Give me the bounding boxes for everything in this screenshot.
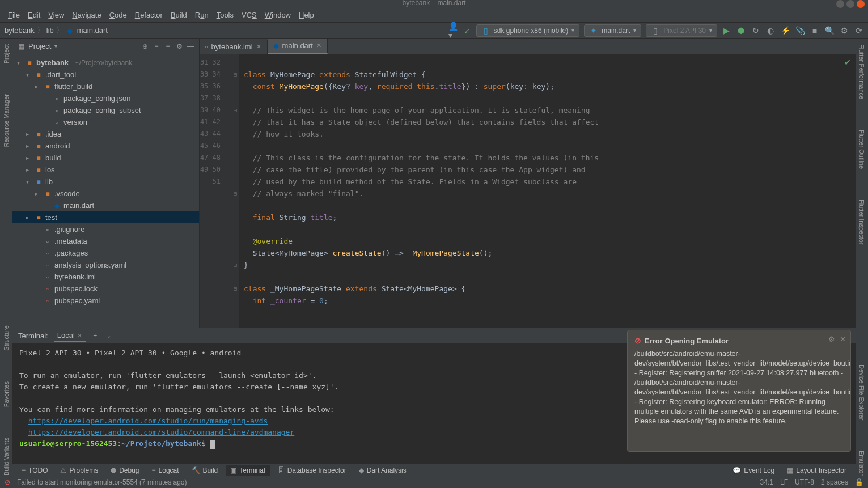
tree-file[interactable]: ▫bytebank.iml (12, 271, 199, 283)
tool-event-log[interactable]: 💬Event Log (728, 465, 779, 476)
tree-folder[interactable]: ▸■flutter_build (12, 80, 199, 92)
tree-folder[interactable]: ▸■.idea (12, 128, 199, 140)
editor-body[interactable]: 31 32 33 34 35 36 37 38 39 40 41 42 43 4… (200, 54, 856, 328)
menu-file[interactable]: File (5, 9, 23, 21)
settings-icon[interactable]: ⚙ (840, 26, 849, 35)
terminal-link[interactable]: https://developer.android.com/studio/run… (28, 417, 268, 425)
tool-resource-manager[interactable]: Resource Manager (2, 93, 11, 148)
project-tree[interactable]: ▾■bytebank ~/Projeto/bytebank ▾■.dart_to… (12, 54, 199, 328)
tool-structure[interactable]: Structure (2, 324, 11, 352)
minimize-button[interactable] (836, 0, 844, 8)
breadcrumb-item[interactable]: main.dart (77, 26, 108, 35)
maximize-button[interactable] (846, 0, 854, 8)
menu-code[interactable]: Code (106, 9, 130, 21)
status-message[interactable]: Failed to start monitoring emulator-5554… (17, 478, 187, 486)
menu-refactor[interactable]: Refactor (132, 9, 166, 21)
chevron-down-icon[interactable]: ▾ (54, 43, 57, 49)
emulator-selector[interactable]: ▯ Pixel 2 API 30 ▾ (646, 24, 717, 37)
tool-debug[interactable]: ⬢Debug (106, 465, 143, 476)
tree-file[interactable]: ▫version (12, 116, 199, 128)
tool-flutter-performance[interactable]: Flutter Performance (857, 43, 866, 100)
close-icon[interactable]: ✕ (256, 43, 261, 50)
menu-run[interactable]: Run (192, 9, 212, 21)
menu-build[interactable]: Build (167, 9, 190, 21)
menu-vcs[interactable]: VCS (238, 9, 260, 21)
tool-favorites[interactable]: Favorites (2, 380, 11, 408)
tree-folder-selected[interactable]: ▸■test (12, 211, 199, 223)
terminal-tab[interactable]: Local✕ (54, 329, 86, 342)
tree-file[interactable]: ▫analysis_options.yaml (12, 259, 199, 271)
lock-icon[interactable]: 🔓 (855, 478, 863, 486)
tool-db-inspector[interactable]: 🗄Database Inspector (273, 465, 351, 476)
attach-icon[interactable]: 📎 (795, 26, 805, 35)
tree-folder[interactable]: ▾■lib (12, 176, 199, 188)
hide-icon[interactable]: — (187, 43, 194, 50)
tool-todo[interactable]: ≡TODO (17, 465, 52, 476)
expand-icon[interactable]: ≡ (153, 43, 160, 50)
inspection-ok-icon[interactable]: ✔ (844, 58, 851, 67)
tool-problems[interactable]: ⚠Problems (56, 465, 103, 476)
tree-file[interactable]: ▫.metadata (12, 235, 199, 247)
tree-folder[interactable]: ▸■android (12, 140, 199, 152)
breadcrumb-item[interactable]: bytebank (5, 26, 35, 35)
chevron-down-icon[interactable]: ⌄ (105, 332, 113, 340)
search-icon[interactable]: 🔍 (825, 26, 834, 35)
menu-help[interactable]: Help (295, 9, 317, 21)
tree-file[interactable]: ▫package_config_subset (12, 104, 199, 116)
tree-folder[interactable]: ▸■ios (12, 164, 199, 176)
tree-file[interactable]: ▫.gitignore (12, 223, 199, 235)
tree-file[interactable]: ▫package_config.json (12, 92, 199, 104)
tree-folder[interactable]: ▾■.dart_tool (12, 69, 199, 80)
collapse-icon[interactable]: ≡ (164, 43, 172, 50)
tree-file[interactable]: ▫.packages (12, 247, 199, 259)
tree-file[interactable]: ◆main.dart (12, 200, 199, 211)
tool-dart-analysis[interactable]: ◆Dart Analysis (354, 465, 411, 476)
stop-icon[interactable]: ■ (810, 26, 819, 35)
settings-icon[interactable]: ⚙ (175, 43, 183, 50)
tree-file[interactable]: ▫pubspec.lock (12, 283, 199, 295)
close-button[interactable] (857, 0, 865, 8)
run-config-selector[interactable]: ✦ main.dart ▾ (584, 24, 641, 37)
caret-position[interactable]: 34:1 (760, 478, 773, 486)
menu-edit[interactable]: Edit (24, 9, 44, 21)
editor-tab[interactable]: ▫ bytebank.iml ✕ (200, 40, 268, 54)
popup-settings-icon[interactable]: ⚙ (828, 335, 835, 345)
menu-window[interactable]: Window (261, 9, 294, 21)
menu-view[interactable]: View (45, 9, 67, 21)
tool-logcat[interactable]: ≡Logcat (147, 465, 184, 476)
encoding[interactable]: UTF-8 (795, 478, 814, 486)
tree-folder[interactable]: ▸■.vscode (12, 188, 199, 200)
close-icon[interactable]: ✕ (316, 42, 321, 49)
device-selector[interactable]: ▯ sdk gphone x86 (mobile) ▾ (476, 24, 579, 37)
tree-root[interactable]: ▾■bytebank ~/Projeto/bytebank (12, 57, 199, 69)
line-separator[interactable]: LF (780, 478, 788, 486)
coverage-icon[interactable]: ↻ (751, 26, 760, 35)
vcs-update-icon[interactable]: ↙ (463, 26, 472, 35)
add-terminal-icon[interactable]: + (91, 332, 99, 340)
terminal-link[interactable]: https://developer.android.com/studio/com… (28, 428, 295, 436)
debug-icon[interactable]: ⬢ (736, 26, 746, 35)
profile-icon[interactable]: ◐ (766, 26, 775, 35)
select-opened-icon[interactable]: ⊕ (141, 43, 149, 50)
indent-info[interactable]: 2 spaces (821, 478, 848, 486)
project-title[interactable]: Project (28, 42, 51, 50)
error-popup[interactable]: ⚙ ✕ ⊘Error Opening Emulator /buildbot/sr… (627, 330, 851, 452)
tool-build[interactable]: 🔨Build (187, 465, 223, 476)
tool-flutter-outline[interactable]: Flutter Outline (857, 129, 866, 170)
tree-folder[interactable]: ▸■build (12, 152, 199, 164)
menu-tools[interactable]: Tools (213, 9, 237, 21)
hot-reload-icon[interactable]: ⚡ (781, 26, 790, 35)
tool-device-file-explorer[interactable]: Device File Explorer (857, 363, 866, 421)
tool-build-variants[interactable]: Build Variants (2, 436, 11, 477)
tree-file[interactable]: ▫pubspec.yaml (12, 295, 199, 307)
code-area[interactable]: class MyHomePage extends StatefulWidget … (239, 54, 856, 328)
tool-flutter-inspector[interactable]: Flutter Inspector (857, 198, 866, 245)
add-user-icon[interactable]: 👤▾ (449, 26, 458, 35)
fold-column[interactable]: ⊟⊟⊟⊟⊟ (231, 54, 239, 328)
close-icon[interactable]: ✕ (77, 332, 82, 339)
tool-emulator[interactable]: Emulator (857, 449, 866, 477)
editor-tab-active[interactable]: ◆ main.dart ✕ (268, 39, 328, 54)
popup-close-icon[interactable]: ✕ (840, 335, 846, 345)
tool-project[interactable]: Project (2, 43, 11, 65)
breadcrumb-item[interactable]: lib (46, 26, 54, 35)
